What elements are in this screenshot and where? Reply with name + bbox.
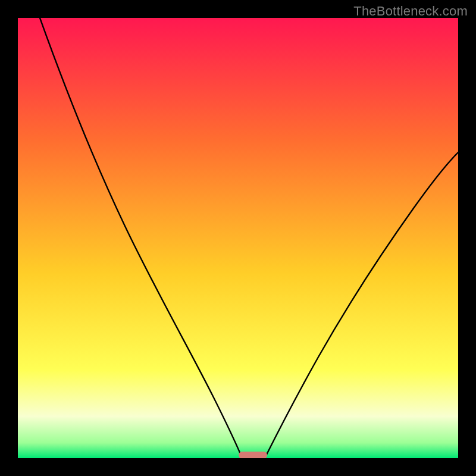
- plot-area: [18, 18, 458, 458]
- watermark-text: TheBottleneck.com: [353, 4, 468, 19]
- chart-frame: TheBottleneck.com: [0, 0, 476, 476]
- optimum-marker: [239, 452, 267, 458]
- bottleneck-chart: [18, 18, 458, 458]
